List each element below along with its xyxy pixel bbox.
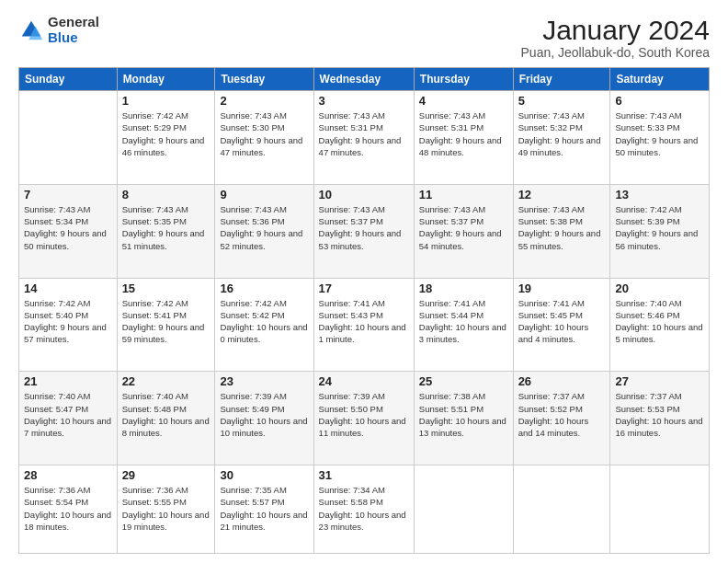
day-info: Sunrise: 7:36 AM Sunset: 5:55 PM Dayligh… (122, 484, 210, 533)
table-row: 30Sunrise: 7:35 AM Sunset: 5:57 PM Dayli… (215, 465, 313, 554)
day-number: 12 (518, 188, 606, 201)
day-number: 4 (419, 94, 508, 108)
table-row: 10Sunrise: 7:43 AM Sunset: 5:37 PM Dayli… (313, 184, 414, 278)
day-info: Sunrise: 7:38 AM Sunset: 5:51 PM Dayligh… (419, 390, 508, 439)
day-number: 14 (24, 282, 112, 295)
table-row (610, 465, 710, 554)
title-block: January 2024 Puan, Jeollabuk-do, South K… (521, 15, 710, 60)
day-number: 5 (518, 94, 606, 108)
day-number: 13 (615, 188, 704, 201)
table-row: 24Sunrise: 7:39 AM Sunset: 5:50 PM Dayli… (313, 372, 414, 465)
table-row: 17Sunrise: 7:41 AM Sunset: 5:43 PM Dayli… (313, 278, 414, 372)
day-info: Sunrise: 7:39 AM Sunset: 5:50 PM Dayligh… (319, 390, 409, 439)
logo-icon (18, 17, 44, 43)
table-row: 31Sunrise: 7:34 AM Sunset: 5:58 PM Dayli… (313, 465, 414, 554)
table-row: 28Sunrise: 7:36 AM Sunset: 5:54 PM Dayli… (19, 465, 118, 554)
table-row (19, 91, 118, 185)
day-info: Sunrise: 7:41 AM Sunset: 5:43 PM Dayligh… (319, 297, 409, 346)
day-info: Sunrise: 7:43 AM Sunset: 5:33 PM Dayligh… (615, 109, 704, 158)
day-number: 2 (220, 94, 308, 108)
table-row: 22Sunrise: 7:40 AM Sunset: 5:48 PM Dayli… (117, 372, 215, 465)
day-info: Sunrise: 7:42 AM Sunset: 5:39 PM Dayligh… (615, 203, 704, 252)
day-number: 30 (220, 468, 308, 482)
day-number: 1 (122, 94, 210, 108)
day-info: Sunrise: 7:37 AM Sunset: 5:52 PM Dayligh… (518, 390, 606, 439)
day-info: Sunrise: 7:37 AM Sunset: 5:53 PM Dayligh… (615, 390, 704, 439)
day-info: Sunrise: 7:35 AM Sunset: 5:57 PM Dayligh… (220, 484, 308, 533)
day-info: Sunrise: 7:42 AM Sunset: 5:41 PM Dayligh… (122, 297, 210, 346)
day-number: 26 (518, 374, 606, 388)
th-sunday: Sunday (19, 68, 118, 91)
day-info: Sunrise: 7:42 AM Sunset: 5:40 PM Dayligh… (24, 297, 112, 346)
day-number: 11 (419, 188, 508, 201)
day-number: 25 (419, 374, 508, 388)
table-row: 12Sunrise: 7:43 AM Sunset: 5:38 PM Dayli… (513, 184, 610, 278)
table-row: 26Sunrise: 7:37 AM Sunset: 5:52 PM Dayli… (513, 372, 610, 465)
table-row: 5Sunrise: 7:43 AM Sunset: 5:32 PM Daylig… (513, 91, 610, 185)
table-row: 27Sunrise: 7:37 AM Sunset: 5:53 PM Dayli… (610, 372, 710, 465)
table-row: 4Sunrise: 7:43 AM Sunset: 5:31 PM Daylig… (414, 91, 513, 185)
day-number: 28 (24, 468, 112, 482)
logo-text: General Blue (48, 15, 99, 45)
day-number: 18 (419, 282, 508, 295)
day-info: Sunrise: 7:43 AM Sunset: 5:31 PM Dayligh… (419, 109, 508, 158)
th-wednesday: Wednesday (313, 68, 414, 91)
th-saturday: Saturday (610, 68, 710, 91)
day-number: 10 (319, 188, 409, 201)
day-info: Sunrise: 7:42 AM Sunset: 5:29 PM Dayligh… (122, 109, 210, 158)
main-title: January 2024 (521, 15, 710, 45)
day-number: 7 (24, 188, 112, 201)
day-number: 29 (122, 468, 210, 482)
table-row: 3Sunrise: 7:43 AM Sunset: 5:31 PM Daylig… (313, 91, 414, 185)
day-info: Sunrise: 7:40 AM Sunset: 5:47 PM Dayligh… (24, 390, 112, 439)
day-number: 23 (220, 374, 308, 388)
subtitle: Puan, Jeollabuk-do, South Korea (521, 45, 710, 60)
table-row: 21Sunrise: 7:40 AM Sunset: 5:47 PM Dayli… (19, 372, 118, 465)
table-row: 8Sunrise: 7:43 AM Sunset: 5:35 PM Daylig… (117, 184, 215, 278)
day-number: 24 (319, 374, 409, 388)
table-row: 15Sunrise: 7:42 AM Sunset: 5:41 PM Dayli… (117, 278, 215, 372)
table-row: 1Sunrise: 7:42 AM Sunset: 5:29 PM Daylig… (117, 91, 215, 185)
day-info: Sunrise: 7:43 AM Sunset: 5:38 PM Dayligh… (518, 203, 606, 252)
table-row: 7Sunrise: 7:43 AM Sunset: 5:34 PM Daylig… (19, 184, 118, 278)
day-number: 20 (615, 282, 704, 295)
day-info: Sunrise: 7:41 AM Sunset: 5:45 PM Dayligh… (518, 297, 606, 346)
day-number: 27 (615, 374, 704, 388)
table-row: 2Sunrise: 7:43 AM Sunset: 5:30 PM Daylig… (215, 91, 313, 185)
day-info: Sunrise: 7:41 AM Sunset: 5:44 PM Dayligh… (419, 297, 508, 346)
table-row: 14Sunrise: 7:42 AM Sunset: 5:40 PM Dayli… (19, 278, 118, 372)
table-row: 20Sunrise: 7:40 AM Sunset: 5:46 PM Dayli… (610, 278, 710, 372)
table-row (414, 465, 513, 554)
day-info: Sunrise: 7:43 AM Sunset: 5:35 PM Dayligh… (122, 203, 210, 252)
logo-blue-text: Blue (48, 30, 99, 46)
day-number: 16 (220, 282, 308, 295)
th-tuesday: Tuesday (215, 68, 313, 91)
day-info: Sunrise: 7:43 AM Sunset: 5:36 PM Dayligh… (220, 203, 308, 252)
calendar-body: 1Sunrise: 7:42 AM Sunset: 5:29 PM Daylig… (19, 91, 710, 554)
table-row: 23Sunrise: 7:39 AM Sunset: 5:49 PM Dayli… (215, 372, 313, 465)
th-monday: Monday (117, 68, 215, 91)
day-info: Sunrise: 7:43 AM Sunset: 5:32 PM Dayligh… (518, 109, 606, 158)
day-info: Sunrise: 7:40 AM Sunset: 5:48 PM Dayligh… (122, 390, 210, 439)
day-number: 6 (615, 94, 704, 108)
day-number: 31 (319, 468, 409, 482)
day-info: Sunrise: 7:43 AM Sunset: 5:31 PM Dayligh… (319, 109, 409, 158)
header: General Blue January 2024 Puan, Jeollabu… (18, 15, 710, 60)
day-info: Sunrise: 7:43 AM Sunset: 5:37 PM Dayligh… (419, 203, 508, 252)
table-row: 9Sunrise: 7:43 AM Sunset: 5:36 PM Daylig… (215, 184, 313, 278)
day-number: 17 (319, 282, 409, 295)
table-row: 6Sunrise: 7:43 AM Sunset: 5:33 PM Daylig… (610, 91, 710, 185)
day-number: 22 (122, 374, 210, 388)
table-row: 19Sunrise: 7:41 AM Sunset: 5:45 PM Dayli… (513, 278, 610, 372)
weekday-header-row: Sunday Monday Tuesday Wednesday Thursday… (19, 68, 710, 91)
day-info: Sunrise: 7:43 AM Sunset: 5:34 PM Dayligh… (24, 203, 112, 252)
th-thursday: Thursday (414, 68, 513, 91)
table-row: 16Sunrise: 7:42 AM Sunset: 5:42 PM Dayli… (215, 278, 313, 372)
calendar-header: Sunday Monday Tuesday Wednesday Thursday… (19, 68, 710, 91)
table-row: 29Sunrise: 7:36 AM Sunset: 5:55 PM Dayli… (117, 465, 215, 554)
day-info: Sunrise: 7:34 AM Sunset: 5:58 PM Dayligh… (319, 484, 409, 533)
day-number: 3 (319, 94, 409, 108)
table-row: 13Sunrise: 7:42 AM Sunset: 5:39 PM Dayli… (610, 184, 710, 278)
th-friday: Friday (513, 68, 610, 91)
day-info: Sunrise: 7:43 AM Sunset: 5:37 PM Dayligh… (319, 203, 409, 252)
